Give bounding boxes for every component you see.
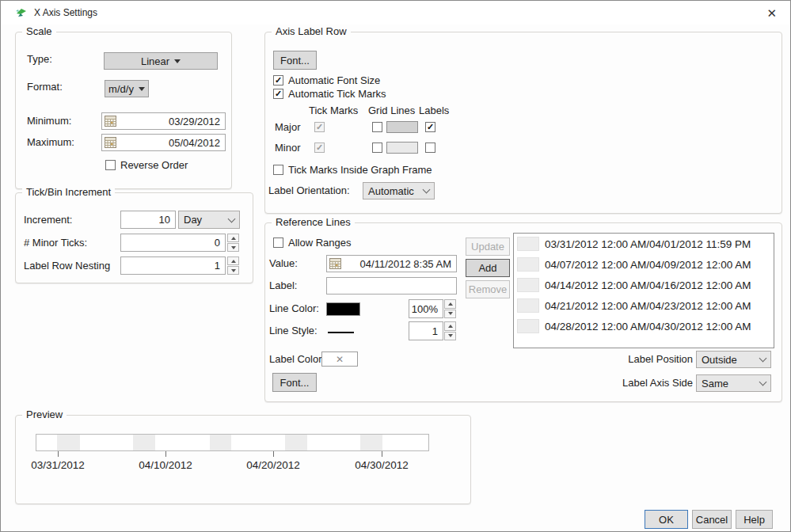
major-labels-checkbox[interactable] bbox=[425, 122, 435, 132]
increment-value: 10 bbox=[121, 214, 175, 226]
nesting-stepper[interactable] bbox=[227, 256, 239, 275]
allow-ranges-label: Allow Ranges bbox=[288, 237, 352, 249]
reference-line-text: 03/31/2012 12:00 AM/04/01/2012 11:59 PM bbox=[545, 238, 751, 250]
reference-lines-legend: Reference Lines bbox=[272, 216, 355, 228]
minor-ticks-stepper[interactable] bbox=[227, 234, 239, 252]
minor-row-label: Minor bbox=[275, 142, 301, 154]
spinner-up-icon[interactable] bbox=[227, 256, 239, 265]
app-icon bbox=[15, 6, 28, 19]
preview-band bbox=[57, 435, 80, 450]
label-orientation-dropdown[interactable]: Automatic bbox=[363, 182, 435, 200]
minor-grid-lines-checkbox[interactable] bbox=[372, 142, 382, 153]
label-orientation-value: Automatic bbox=[368, 185, 424, 197]
increment-unit-dropdown[interactable]: Day bbox=[178, 211, 240, 229]
calendar-icon[interactable] bbox=[105, 137, 116, 149]
tick-marks-inside-checkbox[interactable] bbox=[273, 165, 283, 175]
reference-line-color-chip bbox=[517, 278, 539, 292]
help-button[interactable]: Help bbox=[736, 510, 773, 529]
dropdown-arrow-icon bbox=[174, 59, 181, 63]
x-axis-settings-dialog: X Axis Settings ✕ Scale Type: Linear For… bbox=[0, 0, 791, 532]
spinner-down-icon[interactable] bbox=[444, 332, 456, 341]
spinner-up-icon[interactable] bbox=[227, 234, 239, 242]
calendar-icon[interactable] bbox=[105, 116, 116, 127]
line-color-label: Line Color: bbox=[269, 302, 319, 314]
maximum-input[interactable]: 05/04/2012 bbox=[101, 134, 226, 151]
axis-font-button[interactable]: Font... bbox=[273, 51, 317, 70]
minor-labels-checkbox[interactable] bbox=[425, 142, 435, 153]
update-button[interactable]: Update bbox=[466, 238, 510, 256]
reference-line-item[interactable]: 04/14/2012 12:00 AM/04/16/2012 12:00 AM bbox=[514, 275, 774, 295]
dropdown-arrow-icon bbox=[139, 87, 145, 91]
auto-tick-marks-checkbox[interactable] bbox=[273, 89, 283, 99]
col-tick-marks-header: Tick Marks bbox=[309, 104, 358, 116]
nesting-value: 1 bbox=[121, 260, 225, 272]
line-style-sample[interactable] bbox=[328, 332, 354, 333]
nesting-input[interactable]: 1 bbox=[120, 256, 226, 275]
type-dropdown[interactable]: Linear bbox=[104, 52, 218, 70]
preview-axis-strip bbox=[36, 434, 429, 451]
spinner-down-icon[interactable] bbox=[227, 243, 239, 252]
minor-ticks-input[interactable]: 0 bbox=[120, 234, 226, 252]
format-label: Format: bbox=[27, 81, 63, 93]
reverse-order-checkbox[interactable] bbox=[105, 160, 116, 170]
ok-button[interactable]: OK bbox=[645, 510, 688, 529]
col-labels-header: Labels bbox=[419, 104, 449, 116]
tick-bin-group: Tick/Bin Increment Increment: 10 Day # M… bbox=[15, 192, 253, 283]
reference-line-item[interactable]: 04/28/2012 12:00 AM/04/30/2012 12:00 AM bbox=[514, 316, 774, 336]
minor-ticks-value: 0 bbox=[121, 237, 225, 249]
close-icon[interactable]: ✕ bbox=[763, 5, 780, 22]
major-row-label: Major bbox=[275, 121, 301, 133]
reference-line-text: 04/14/2012 12:00 AM/04/16/2012 12:00 AM bbox=[545, 279, 751, 291]
label-color-swatch[interactable]: ✕ bbox=[321, 352, 358, 367]
increment-input[interactable]: 10 bbox=[120, 211, 176, 229]
line-width-input[interactable]: 1 bbox=[409, 321, 443, 340]
auto-font-size-checkbox[interactable] bbox=[273, 75, 283, 86]
format-dropdown-value: m/d/y bbox=[108, 83, 134, 95]
label-axis-side-label: Label Axis Side bbox=[614, 377, 693, 389]
add-button[interactable]: Add bbox=[466, 259, 510, 277]
calendar-icon[interactable] bbox=[329, 258, 341, 270]
increment-unit-value: Day bbox=[184, 214, 229, 226]
spinner-up-icon[interactable] bbox=[444, 299, 456, 309]
label-axis-side-dropdown[interactable]: Same bbox=[696, 374, 771, 392]
scale-legend: Scale bbox=[22, 25, 56, 37]
spinner-down-icon[interactable] bbox=[227, 266, 239, 275]
line-width-stepper[interactable] bbox=[444, 321, 456, 340]
ref-font-button[interactable]: Font... bbox=[272, 373, 317, 392]
increment-label: Increment: bbox=[24, 214, 72, 226]
ref-label-input[interactable] bbox=[326, 277, 457, 294]
major-grid-lines-checkbox[interactable] bbox=[372, 122, 382, 132]
label-orientation-label: Label Orientation: bbox=[268, 184, 350, 196]
preview-tick-mark bbox=[382, 451, 382, 457]
minimum-value: 03/29/2012 bbox=[116, 116, 225, 127]
preview-tick-mark bbox=[165, 451, 166, 457]
minimum-input[interactable]: 03/29/2012 bbox=[101, 112, 226, 130]
spinner-up-icon[interactable] bbox=[444, 321, 456, 331]
opacity-value: 100% bbox=[409, 303, 443, 315]
reference-lines-list[interactable]: 03/31/2012 12:00 AM/04/01/2012 11:59 PM … bbox=[513, 233, 774, 348]
reference-line-text: 04/07/2012 12:00 AM/04/09/2012 12:00 AM bbox=[545, 259, 751, 271]
reference-line-item[interactable]: 03/31/2012 12:00 AM/04/01/2012 11:59 PM bbox=[514, 234, 774, 254]
reference-line-color-chip bbox=[517, 237, 539, 251]
major-grid-color-swatch[interactable] bbox=[386, 121, 418, 133]
axis-label-row-group: Axis Label Row Font... Automatic Font Si… bbox=[264, 32, 782, 214]
cancel-button[interactable]: Cancel bbox=[692, 510, 732, 529]
maximum-value: 05/04/2012 bbox=[116, 137, 225, 149]
allow-ranges-checkbox[interactable] bbox=[273, 238, 283, 248]
label-position-dropdown[interactable]: Outside bbox=[696, 351, 771, 368]
opacity-input[interactable]: 100% bbox=[409, 299, 443, 318]
line-color-swatch[interactable] bbox=[326, 302, 360, 316]
reference-line-color-chip bbox=[517, 298, 539, 313]
tick-marks-inside-label: Tick Marks Inside Graph Frame bbox=[288, 164, 432, 176]
format-dropdown[interactable]: m/d/y bbox=[105, 80, 149, 97]
opacity-stepper[interactable] bbox=[444, 299, 456, 318]
chevron-down-icon bbox=[759, 355, 767, 363]
minor-grid-color-swatch[interactable] bbox=[386, 142, 418, 154]
value-value: 04/11/2012 8:35 AM bbox=[341, 258, 456, 270]
type-label: Type: bbox=[27, 53, 52, 65]
value-input[interactable]: 04/11/2012 8:35 AM bbox=[326, 255, 457, 272]
reference-line-item[interactable]: 04/07/2012 12:00 AM/04/09/2012 12:00 AM bbox=[514, 254, 774, 275]
remove-button[interactable]: Remove bbox=[466, 280, 510, 298]
reference-line-item[interactable]: 04/21/2012 12:00 AM/04/23/2012 12:00 AM bbox=[514, 295, 774, 316]
spinner-down-icon[interactable] bbox=[444, 310, 456, 319]
